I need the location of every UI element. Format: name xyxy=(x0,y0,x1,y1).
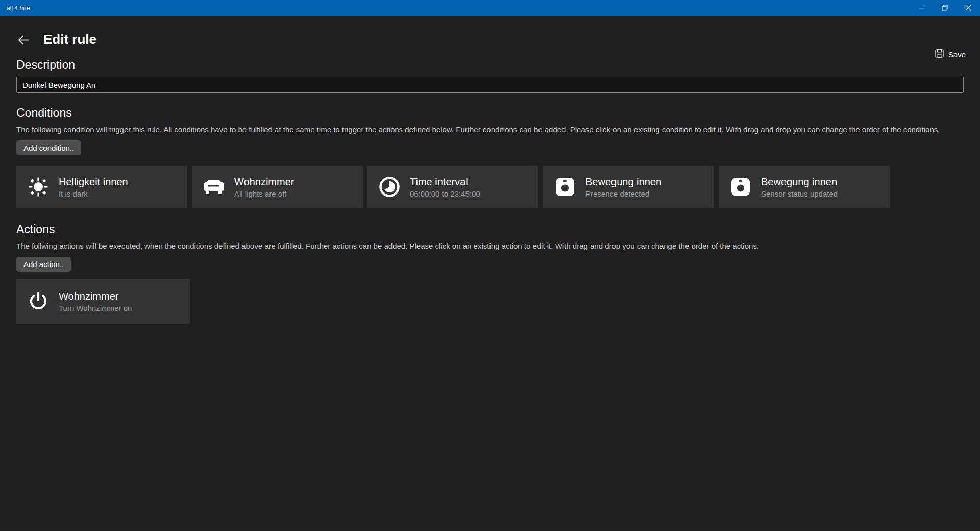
save-button-label: Save xyxy=(948,50,966,59)
condition-card-presence[interactable]: Bewegung innen Presence detected xyxy=(543,166,714,208)
back-button[interactable] xyxy=(17,34,30,46)
description-label: Description xyxy=(16,58,964,72)
add-condition-button[interactable]: Add condition.. xyxy=(16,140,81,155)
condition-title: Helligkeit innen xyxy=(59,176,128,188)
back-arrow-icon xyxy=(17,40,30,48)
titlebar[interactable]: all 4 hue xyxy=(0,0,980,16)
condition-card-group-lights[interactable]: Wohnzimmer All lights are off xyxy=(192,166,363,208)
minimize-button[interactable] xyxy=(910,0,933,16)
minimize-icon xyxy=(919,5,924,12)
condition-subtitle: Presence detected xyxy=(585,189,662,199)
condition-title: Time interval xyxy=(410,176,480,188)
save-button[interactable]: Save xyxy=(932,47,969,61)
brightness-icon xyxy=(27,176,50,198)
conditions-help-text: The following condition will trigger thi… xyxy=(16,125,964,135)
condition-title: Wohnzimmer xyxy=(234,176,294,188)
actions-help-text: The follwing actions will be executed, w… xyxy=(16,241,964,251)
edit-rule-page: Edit rule Save Description Conditions Th… xyxy=(0,16,980,531)
condition-subtitle: Sensor status updated xyxy=(761,189,838,199)
power-icon xyxy=(27,290,50,312)
condition-subtitle: 06:00:00 to 23:45:00 xyxy=(410,189,480,199)
condition-title: Bewegung innen xyxy=(761,176,838,188)
window-controls xyxy=(910,0,980,16)
restore-button[interactable] xyxy=(933,0,957,16)
action-card-turn-on[interactable]: Wohnzimmer Turn Wohnzimmer on xyxy=(16,279,190,324)
page-title: Edit rule xyxy=(43,32,96,47)
conditions-card-list: Helligkeit innen It is dark Wohnzimmer A… xyxy=(16,166,964,208)
add-action-button[interactable]: Add action.. xyxy=(16,257,71,272)
motion-sensor-icon xyxy=(554,176,576,198)
condition-title: Bewegung innen xyxy=(585,176,662,188)
description-input[interactable] xyxy=(16,77,964,93)
condition-card-sensor-status[interactable]: Bewegung innen Sensor status updated xyxy=(719,166,890,208)
motion-sensor-icon xyxy=(729,176,752,198)
condition-subtitle: All lights are off xyxy=(234,189,294,199)
page-header: Edit rule xyxy=(16,30,964,49)
app-title: all 4 hue xyxy=(0,5,30,12)
condition-subtitle: It is dark xyxy=(59,189,128,199)
save-icon xyxy=(935,49,944,59)
action-title: Wohnzimmer xyxy=(59,290,132,302)
close-button[interactable] xyxy=(957,0,980,16)
actions-card-list: Wohnzimmer Turn Wohnzimmer on xyxy=(16,279,964,324)
restore-icon xyxy=(942,5,948,12)
condition-card-time-interval[interactable]: Time interval 06:00:00 to 23:45:00 xyxy=(368,166,538,208)
close-icon xyxy=(965,5,971,12)
action-subtitle: Turn Wohnzimmer on xyxy=(59,304,132,313)
condition-card-brightness[interactable]: Helligkeit innen It is dark xyxy=(16,166,187,208)
actions-heading: Actions xyxy=(16,223,964,236)
conditions-heading: Conditions xyxy=(16,106,964,120)
couch-icon xyxy=(203,176,225,198)
time-interval-icon xyxy=(378,176,401,198)
